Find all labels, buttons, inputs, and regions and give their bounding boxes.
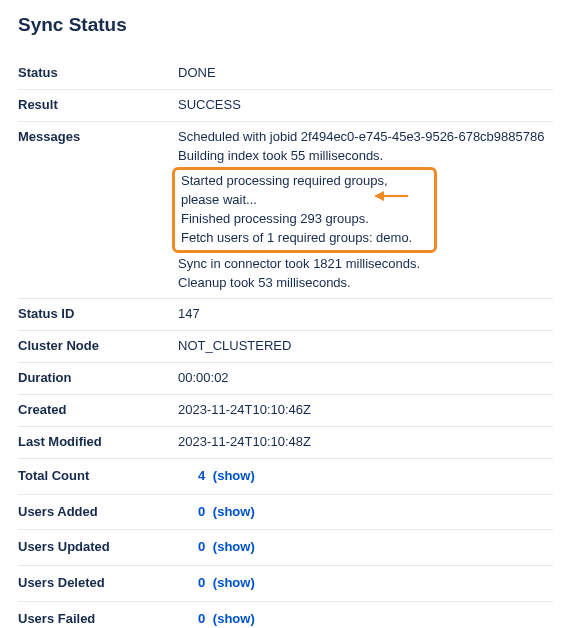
label-result: Result bbox=[18, 96, 178, 112]
row-last-modified: Last Modified 2023-11-24T10:10:48Z bbox=[18, 427, 553, 459]
row-status: Status DONE bbox=[18, 58, 553, 90]
value-cluster-node: NOT_CLUSTERED bbox=[178, 337, 553, 356]
users-deleted-value: 0 bbox=[198, 575, 205, 590]
label-users-added: Users Added bbox=[18, 503, 178, 519]
users-failed-show[interactable]: (show) bbox=[213, 611, 255, 626]
row-users-added: Users Added 0 (show) bbox=[18, 495, 553, 531]
row-created: Created 2023-11-24T10:10:46Z bbox=[18, 395, 553, 427]
msg-line: Scheduled with jobid 2f494ec0-e745-45e3-… bbox=[178, 128, 553, 147]
msg-line: Fetch users of 1 required groups: demo. bbox=[181, 229, 428, 248]
arrow-icon bbox=[374, 190, 408, 202]
msg-line: Cleanup took 53 milliseconds. bbox=[178, 274, 553, 293]
label-users-deleted: Users Deleted bbox=[18, 574, 178, 590]
msg-line: Sync in connector took 1821 milliseconds… bbox=[178, 255, 553, 274]
value-status-id: 147 bbox=[178, 305, 553, 324]
value-duration: 00:00:02 bbox=[178, 369, 553, 388]
svg-marker-1 bbox=[374, 191, 384, 201]
highlighted-messages: Started processing required groups, plea… bbox=[172, 167, 437, 252]
users-added-value: 0 bbox=[198, 504, 205, 519]
label-users-failed: Users Failed bbox=[18, 610, 178, 626]
row-duration: Duration 00:00:02 bbox=[18, 363, 553, 395]
value-result: SUCCESS bbox=[178, 96, 553, 115]
label-duration: Duration bbox=[18, 369, 178, 385]
value-messages: Scheduled with jobid 2f494ec0-e745-45e3-… bbox=[178, 128, 553, 293]
users-deleted-show[interactable]: (show) bbox=[213, 575, 255, 590]
label-status: Status bbox=[18, 64, 178, 80]
label-status-id: Status ID bbox=[18, 305, 178, 321]
label-messages: Messages bbox=[18, 128, 178, 144]
msg-line: Finished processing 293 groups. bbox=[181, 210, 428, 229]
total-count-value: 4 bbox=[198, 468, 205, 483]
row-users-deleted: Users Deleted 0 (show) bbox=[18, 566, 553, 602]
row-users-failed: Users Failed 0 (show) bbox=[18, 602, 553, 628]
users-failed-value: 0 bbox=[198, 611, 205, 626]
label-last-modified: Last Modified bbox=[18, 433, 178, 449]
users-updated-show[interactable]: (show) bbox=[213, 539, 255, 554]
row-status-id: Status ID 147 bbox=[18, 299, 553, 331]
users-updated-value: 0 bbox=[198, 539, 205, 554]
row-cluster-node: Cluster Node NOT_CLUSTERED bbox=[18, 331, 553, 363]
msg-line: Building index took 55 milliseconds. bbox=[178, 147, 553, 166]
total-count-show[interactable]: (show) bbox=[213, 468, 255, 483]
label-created: Created bbox=[18, 401, 178, 417]
dialog-title: Sync Status bbox=[18, 14, 553, 36]
row-result: Result SUCCESS bbox=[18, 90, 553, 122]
row-users-updated: Users Updated 0 (show) bbox=[18, 530, 553, 566]
label-cluster-node: Cluster Node bbox=[18, 337, 178, 353]
users-added-show[interactable]: (show) bbox=[213, 504, 255, 519]
label-users-updated: Users Updated bbox=[18, 538, 178, 554]
label-total-count: Total Count bbox=[18, 467, 178, 483]
row-total-count: Total Count 4 (show) bbox=[18, 459, 553, 495]
value-status: DONE bbox=[178, 64, 553, 83]
value-created: 2023-11-24T10:10:46Z bbox=[178, 401, 553, 420]
row-messages: Messages Scheduled with jobid 2f494ec0-e… bbox=[18, 122, 553, 300]
value-last-modified: 2023-11-24T10:10:48Z bbox=[178, 433, 553, 452]
